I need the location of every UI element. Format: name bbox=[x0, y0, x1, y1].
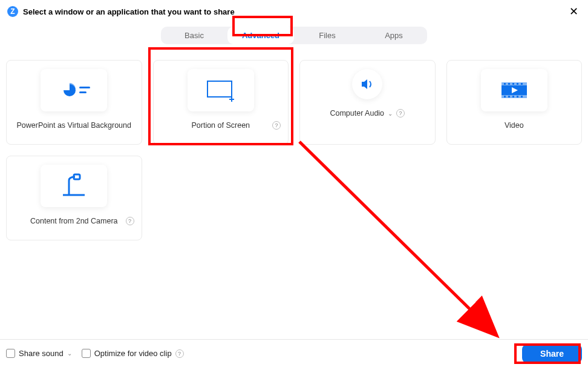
tab-advanced[interactable]: Advanced bbox=[227, 27, 294, 44]
card-label: Portion of Screen bbox=[191, 121, 250, 130]
card-label: Computer Audio bbox=[330, 109, 384, 117]
svg-rect-15 bbox=[512, 96, 514, 98]
svg-rect-9 bbox=[508, 83, 510, 85]
share-sound-option[interactable]: Share sound ⌄ bbox=[6, 349, 72, 358]
card-powerpoint-virtual-bg[interactable]: PowerPoint as Virtual Background bbox=[6, 60, 142, 145]
svg-rect-14 bbox=[508, 96, 510, 98]
speaker-icon bbox=[359, 76, 375, 92]
svg-rect-10 bbox=[512, 83, 514, 85]
chevron-down-icon[interactable]: ⌄ bbox=[388, 110, 393, 117]
window-header: Z Select a window or an application that… bbox=[0, 0, 588, 23]
audio-thumb bbox=[352, 69, 382, 99]
tab-files[interactable]: Files bbox=[294, 27, 361, 44]
close-icon[interactable]: ✕ bbox=[567, 5, 581, 18]
video-thumb bbox=[481, 69, 547, 111]
zoom-logo-icon: Z bbox=[7, 6, 18, 17]
tab-bar: Basic Advanced Files Apps bbox=[0, 27, 588, 44]
video-filmstrip-icon bbox=[499, 80, 529, 101]
powerpoint-icon bbox=[53, 78, 95, 102]
help-icon[interactable]: ? bbox=[126, 217, 134, 225]
card-label: Video bbox=[505, 121, 524, 130]
svg-rect-16 bbox=[517, 96, 518, 98]
share-sound-label: Share sound bbox=[19, 349, 64, 358]
svg-rect-12 bbox=[521, 83, 523, 85]
powerpoint-thumb bbox=[41, 69, 107, 111]
optimize-checkbox[interactable] bbox=[82, 349, 91, 358]
card-video[interactable]: Video bbox=[446, 60, 583, 145]
tab-apps[interactable]: Apps bbox=[361, 27, 427, 44]
share-options-grid: PowerPoint as Virtual Background Portion… bbox=[0, 44, 588, 240]
svg-rect-8 bbox=[504, 83, 506, 85]
svg-rect-20 bbox=[74, 174, 80, 179]
tab-basic[interactable]: Basic bbox=[161, 27, 227, 44]
card-label: PowerPoint as Virtual Background bbox=[17, 121, 131, 130]
document-camera-icon bbox=[56, 172, 92, 200]
card-label: Content from 2nd Camera bbox=[30, 217, 118, 225]
card-computer-audio[interactable]: Computer Audio ⌄ ? bbox=[299, 60, 436, 145]
footer-bar: Share sound ⌄ Optimize for video clip ? … bbox=[0, 339, 588, 367]
portion-thumb bbox=[188, 69, 254, 111]
portion-of-screen-icon bbox=[203, 78, 239, 103]
help-icon[interactable]: ? bbox=[272, 121, 281, 130]
help-icon[interactable]: ? bbox=[175, 349, 184, 358]
window-title: Select a window or an application that y… bbox=[23, 7, 235, 16]
optimize-video-option[interactable]: Optimize for video clip ? bbox=[82, 349, 184, 358]
svg-rect-0 bbox=[79, 87, 90, 88]
share-button[interactable]: Share bbox=[522, 345, 582, 363]
svg-rect-1 bbox=[79, 91, 87, 93]
svg-rect-13 bbox=[504, 96, 506, 98]
card-portion-of-screen[interactable]: Portion of Screen ? bbox=[153, 60, 289, 145]
svg-rect-17 bbox=[521, 96, 523, 98]
camera-thumb bbox=[41, 165, 107, 207]
svg-rect-11 bbox=[517, 83, 518, 85]
help-icon[interactable]: ? bbox=[396, 109, 405, 117]
chevron-down-icon[interactable]: ⌄ bbox=[67, 350, 72, 357]
card-second-camera[interactable]: Content from 2nd Camera ? bbox=[6, 156, 142, 240]
share-sound-checkbox[interactable] bbox=[6, 349, 15, 358]
optimize-label: Optimize for video clip bbox=[94, 349, 172, 358]
svg-rect-2 bbox=[207, 81, 232, 97]
